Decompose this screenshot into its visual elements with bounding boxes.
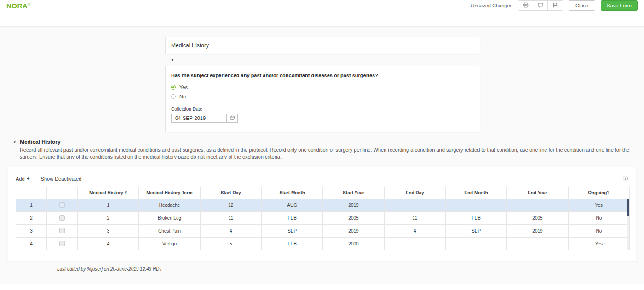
history-number-cell[interactable]: 2 bbox=[78, 211, 139, 224]
history-term-cell[interactable]: Broken Leg bbox=[139, 211, 200, 224]
history-number-cell[interactable]: 4 bbox=[78, 237, 139, 250]
registered-mark: ® bbox=[28, 2, 30, 6]
table-row[interactable]: 3 3 Chest Pain 4 SEP 2019 4 SEP 2019 No bbox=[16, 224, 630, 237]
start-day-cell[interactable]: 12 bbox=[200, 199, 261, 211]
print-button[interactable] bbox=[518, 1, 533, 10]
show-deactivated-button[interactable]: Show Deactivated bbox=[41, 176, 82, 182]
radio-option-no[interactable]: No bbox=[171, 92, 474, 101]
question-text: Has the subject experienced any past and… bbox=[171, 73, 474, 78]
medical-history-table: Medical History # Medical History Term S… bbox=[16, 187, 630, 250]
table-header-row: Medical History # Medical History Term S… bbox=[16, 187, 630, 199]
column-header-end-year: End Year bbox=[507, 187, 568, 199]
history-number-cell[interactable]: 3 bbox=[78, 224, 139, 237]
column-header-start-day: Start Day bbox=[200, 187, 261, 199]
history-term-cell[interactable]: Chest Pain bbox=[139, 224, 200, 237]
ongoing-cell[interactable]: Yes bbox=[568, 199, 629, 211]
end-month-cell[interactable]: SEP bbox=[445, 224, 506, 237]
form-column: Medical History ▼ Has the subject experi… bbox=[165, 27, 480, 132]
row-checkbox[interactable] bbox=[59, 228, 65, 233]
end-month-cell[interactable] bbox=[445, 199, 506, 211]
collection-date-field bbox=[171, 114, 238, 123]
radio-option-yes[interactable]: Yes bbox=[171, 83, 474, 92]
collection-date-label: Collection Date bbox=[171, 107, 474, 112]
column-header-checkbox bbox=[47, 187, 78, 199]
end-year-cell[interactable] bbox=[507, 237, 568, 250]
end-day-cell[interactable] bbox=[384, 237, 445, 250]
row-checkbox[interactable] bbox=[59, 241, 65, 246]
row-checkbox[interactable] bbox=[59, 202, 65, 208]
start-month-cell[interactable]: FEB bbox=[261, 211, 322, 224]
end-year-cell[interactable]: 2019 bbox=[507, 224, 568, 237]
history-number-cell[interactable]: 1 bbox=[78, 199, 139, 211]
comment-icon bbox=[537, 2, 544, 10]
start-day-cell[interactable]: 5 bbox=[200, 237, 261, 250]
history-term-cell[interactable]: Headache bbox=[139, 199, 200, 211]
ongoing-cell[interactable]: No bbox=[568, 211, 629, 224]
column-header-start-month: Start Month bbox=[261, 187, 322, 199]
row-checkbox[interactable] bbox=[59, 215, 65, 221]
calendar-icon bbox=[230, 115, 235, 122]
comments-button[interactable] bbox=[533, 1, 548, 10]
column-header-start-year: Start Year bbox=[323, 187, 384, 199]
end-month-cell[interactable] bbox=[445, 237, 506, 250]
scrollbar-thumb[interactable] bbox=[627, 199, 629, 216]
section-description: Record all relevant past and/or concomit… bbox=[20, 147, 635, 160]
start-month-cell[interactable]: SEP bbox=[261, 224, 322, 237]
history-term-cell[interactable]: Vertigo bbox=[139, 237, 200, 250]
row-number-cell: 4 bbox=[16, 237, 47, 250]
start-year-cell[interactable]: 2005 bbox=[323, 211, 384, 224]
table-toolbar: Add+ Show Deactivated bbox=[16, 176, 628, 182]
start-month-cell[interactable]: AUG bbox=[261, 199, 322, 211]
save-form-button[interactable]: Save Form bbox=[601, 0, 638, 11]
column-header-end-month: End Month bbox=[445, 187, 506, 199]
flag-icon bbox=[552, 2, 558, 10]
unsaved-changes-label: Unsaved Changes bbox=[471, 3, 513, 8]
column-header-ongoing: Ongoing? bbox=[568, 187, 629, 199]
info-icon[interactable] bbox=[622, 176, 628, 182]
top-bar: NORA® Unsaved Changes Close Save Form bbox=[0, 0, 644, 11]
table-wrapper: Medical History # Medical History Term S… bbox=[16, 187, 630, 250]
radio-yes-icon[interactable] bbox=[171, 85, 176, 90]
app-logo[interactable]: NORA® bbox=[6, 2, 31, 10]
flag-button[interactable] bbox=[548, 1, 563, 10]
section-title: Medical History bbox=[20, 139, 635, 145]
print-icon bbox=[523, 2, 529, 10]
end-day-cell[interactable] bbox=[384, 199, 445, 211]
medical-history-section-header: ▼ Medical History Record all relevant pa… bbox=[0, 132, 644, 160]
start-year-cell[interactable]: 2019 bbox=[323, 199, 384, 211]
ongoing-cell[interactable]: Yes bbox=[568, 237, 629, 250]
radio-yes-label: Yes bbox=[179, 85, 188, 90]
end-day-cell[interactable]: 4 bbox=[384, 224, 445, 237]
start-year-cell[interactable]: 2000 bbox=[323, 237, 384, 250]
column-header-history-term: Medical History Term bbox=[139, 187, 200, 199]
header-icon-group bbox=[518, 0, 563, 11]
start-year-cell[interactable]: 2019 bbox=[323, 224, 384, 237]
collapse-section-icon[interactable]: ▼ bbox=[13, 140, 17, 160]
table-scrollbar[interactable] bbox=[627, 199, 629, 250]
table-row[interactable]: 4 4 Vertigo 5 FEB 2000 Yes bbox=[16, 237, 630, 250]
radio-no-icon[interactable] bbox=[171, 94, 176, 99]
close-button[interactable]: Close bbox=[569, 0, 595, 11]
end-day-cell[interactable]: 11 bbox=[384, 211, 445, 224]
column-header-history-number: Medical History # bbox=[78, 187, 139, 199]
radio-no-label: No bbox=[179, 94, 186, 99]
logo-text: NORA bbox=[6, 2, 28, 10]
column-header-end-day: End Day bbox=[384, 187, 445, 199]
start-day-cell[interactable]: 11 bbox=[200, 211, 261, 224]
end-month-cell[interactable]: FEB bbox=[445, 211, 506, 224]
sub-header-strip bbox=[0, 11, 644, 27]
end-year-cell[interactable]: 2005 bbox=[507, 211, 568, 224]
start-month-cell[interactable]: FEB bbox=[261, 237, 322, 250]
plus-icon: + bbox=[27, 176, 30, 182]
form-title: Medical History bbox=[171, 42, 209, 49]
calendar-button[interactable] bbox=[226, 114, 238, 123]
collapse-form-icon[interactable]: ▼ bbox=[171, 58, 174, 62]
collection-date-input[interactable] bbox=[171, 114, 226, 123]
ongoing-cell[interactable]: No bbox=[568, 224, 629, 237]
add-row-button[interactable]: Add+ bbox=[16, 176, 30, 182]
table-row[interactable]: 1 1 Headache 12 AUG 2019 Yes bbox=[16, 199, 630, 211]
last-edited-note: Last edited by %[user] on 20-June-2019 1… bbox=[57, 267, 644, 272]
start-day-cell[interactable]: 4 bbox=[200, 224, 261, 237]
end-year-cell[interactable] bbox=[507, 199, 568, 211]
table-row[interactable]: 2 2 Broken Leg 11 FEB 2005 11 FEB 2005 N… bbox=[16, 211, 630, 224]
